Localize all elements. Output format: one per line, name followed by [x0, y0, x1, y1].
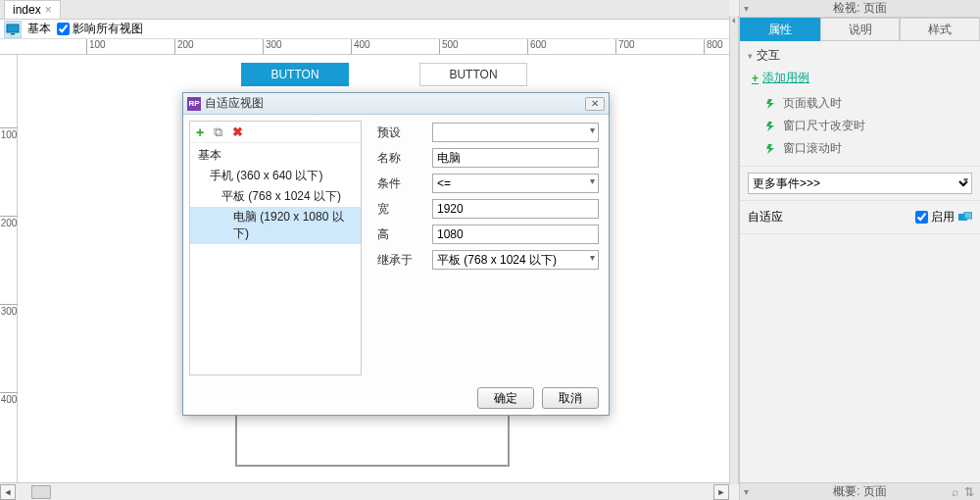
duplicate-view-icon[interactable]: ⧉: [214, 125, 222, 140]
dialog-footer: 确定 取消: [183, 381, 609, 415]
view-toolbar: 基本 影响所有视图: [0, 20, 729, 39]
collapse-icon[interactable]: ▾: [744, 3, 749, 14]
lightning-icon: [765, 99, 777, 109]
splitter-handle-icon: [732, 18, 738, 24]
ok-button[interactable]: 确定: [477, 387, 534, 409]
preset-select[interactable]: [432, 123, 599, 142]
app-icon: RP: [187, 97, 201, 111]
event-item[interactable]: 页面载入时: [748, 92, 972, 115]
height-input[interactable]: [432, 225, 599, 244]
more-events-row: 更多事件>>>: [740, 167, 980, 201]
tree-item[interactable]: 手机 (360 x 640 以下): [190, 166, 361, 186]
ruler-tick: 400: [351, 39, 370, 55]
affect-all-views-input[interactable]: [57, 23, 70, 35]
basic-label: 基本: [27, 21, 51, 37]
plus-icon: +: [752, 72, 759, 85]
button-label: BUTTON: [449, 68, 497, 81]
svg-rect-0: [7, 25, 19, 32]
views-tree[interactable]: 基本 手机 (360 x 640 以下) 平板 (768 x 1024 以下) …: [190, 143, 361, 375]
width-label: 宽: [377, 201, 424, 218]
ruler-tick: 400: [0, 392, 18, 405]
scroll-right-arrow-icon[interactable]: ►: [713, 484, 729, 500]
name-input[interactable]: [432, 148, 599, 168]
ruler-tick: 800: [704, 39, 723, 55]
collapse-icon[interactable]: ▾: [744, 486, 749, 497]
svg-rect-1: [11, 33, 15, 35]
dialog-close-button[interactable]: ✕: [585, 97, 605, 111]
outline-title: 概要: 页面: [833, 483, 887, 500]
horizontal-ruler: 100 200 300 400 500 600 700 800: [0, 39, 729, 55]
tab-notes[interactable]: 说明: [820, 18, 901, 41]
preset-label: 预设: [377, 125, 424, 141]
enable-adaptive-input[interactable]: [915, 211, 928, 224]
tree-item[interactable]: 平板 (768 x 1024 以下): [190, 186, 361, 207]
more-events-select[interactable]: 更多事件>>>: [748, 173, 972, 194]
panel-splitter[interactable]: [729, 16, 739, 484]
ruler-tick: 300: [0, 304, 18, 317]
lightning-icon: [765, 122, 777, 131]
delete-view-icon[interactable]: ✖: [232, 125, 243, 139]
tab-style[interactable]: 样式: [900, 18, 980, 41]
scroll-track[interactable]: [16, 484, 713, 500]
document-tab-bar: index ×: [0, 0, 729, 20]
ruler-tick: 500: [439, 39, 459, 55]
adaptive-row: 自适应 启用: [740, 201, 980, 234]
ruler-tick: 100: [86, 39, 106, 55]
adaptive-views-dialog: RP 自适应视图 ✕ + ⧉ ✖ 基本 手机 (360 x 640 以下) 平板…: [182, 92, 610, 416]
inherit-select[interactable]: 平板 (768 x 1024 以下): [432, 250, 599, 270]
scroll-left-arrow-icon[interactable]: ◄: [0, 484, 16, 500]
affect-all-views-label: 影响所有视图: [73, 21, 143, 37]
viewport-icon[interactable]: [4, 21, 22, 38]
height-label: 高: [377, 226, 424, 243]
inspector-header: ▾ 检视: 页面: [740, 0, 980, 18]
ruler-tick: 700: [615, 39, 635, 55]
button-label: BUTTON: [270, 68, 318, 81]
add-case-link[interactable]: + 添加用例: [752, 70, 972, 86]
cancel-button[interactable]: 取消: [542, 387, 599, 409]
width-input[interactable]: [432, 199, 599, 219]
dialog-title-text: 自适应视图: [205, 95, 581, 112]
name-label: 名称: [377, 150, 424, 167]
widget-button-primary[interactable]: BUTTON: [241, 63, 349, 86]
enable-adaptive-checkbox[interactable]: 启用: [915, 209, 955, 225]
scroll-thumb[interactable]: [31, 485, 51, 499]
add-view-icon[interactable]: +: [196, 125, 204, 140]
tab-properties[interactable]: 属性: [740, 18, 820, 41]
adaptive-label: 自适应: [748, 209, 783, 225]
ruler-tick: 300: [263, 39, 282, 55]
sort-icon[interactable]: ⇅: [964, 485, 974, 499]
condition-select[interactable]: <=: [432, 174, 599, 193]
inspector-panel: ▾ 检视: 页面 属性 说明 样式 交互 + 添加用例 页面载入时 窗口尺寸改变…: [739, 0, 980, 500]
inherit-label: 继承于: [377, 252, 424, 269]
screens-icon[interactable]: [958, 212, 972, 224]
ruler-tick: 200: [0, 216, 18, 228]
tree-toolbar: + ⧉ ✖: [190, 122, 361, 143]
main-canvas-area: index × 基本 影响所有视图 100 200 300 400 500 60…: [0, 0, 729, 500]
ruler-tick: 200: [174, 39, 194, 55]
ruler-tick: 600: [527, 39, 547, 55]
filter-icon[interactable]: ⌕: [952, 485, 958, 499]
tab-label: index: [13, 3, 41, 17]
outline-footer: ▾ 概要: 页面 ⌕ ⇅: [740, 482, 980, 500]
dialog-body: + ⧉ ✖ 基本 手机 (360 x 640 以下) 平板 (768 x 102…: [183, 115, 609, 381]
affect-all-views-checkbox[interactable]: 影响所有视图: [57, 21, 143, 37]
event-item[interactable]: 窗口尺寸改变时: [748, 115, 972, 137]
ruler-tick: 100: [0, 127, 18, 140]
inspector-tabs: 属性 说明 样式: [740, 18, 980, 41]
dialog-titlebar[interactable]: RP 自适应视图 ✕: [183, 93, 609, 115]
widget-button-secondary[interactable]: BUTTON: [419, 63, 527, 86]
lightning-icon: [765, 144, 777, 154]
interaction-section-title[interactable]: 交互: [748, 47, 972, 64]
tree-item-root[interactable]: 基本: [190, 145, 361, 166]
view-form: 预设 名称 条件 <= 宽 高: [368, 115, 609, 381]
event-item[interactable]: 窗口滚动时: [748, 137, 972, 160]
horizontal-scrollbar[interactable]: ◄ ►: [0, 482, 729, 500]
close-icon[interactable]: ×: [45, 3, 52, 17]
interaction-section: 交互 + 添加用例 页面载入时 窗口尺寸改变时 窗口滚动时: [740, 41, 980, 167]
inspector-title: 检视: 页面: [833, 0, 887, 17]
document-tab-index[interactable]: index ×: [4, 0, 61, 19]
tree-item-selected[interactable]: 电脑 (1920 x 1080 以下): [190, 207, 361, 244]
condition-label: 条件: [377, 175, 424, 192]
views-tree-panel: + ⧉ ✖ 基本 手机 (360 x 640 以下) 平板 (768 x 102…: [189, 121, 362, 375]
vertical-ruler: 100 200 300 400: [0, 55, 18, 482]
